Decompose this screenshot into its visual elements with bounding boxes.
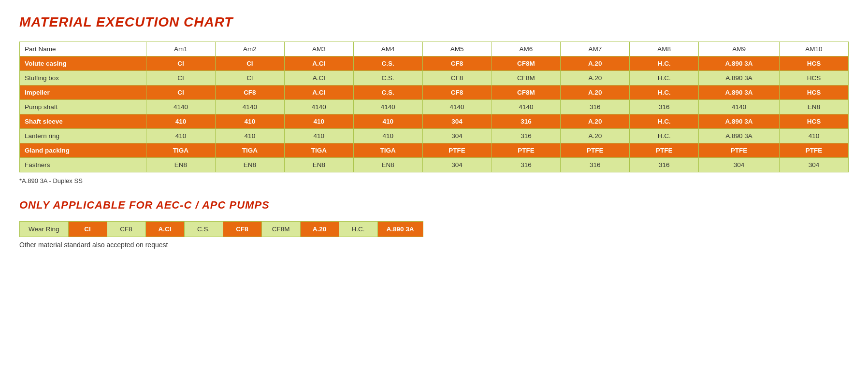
table-cell: CF8M [492,56,561,71]
table-cell: H.C. [630,85,699,100]
footnote: *A.890 3A - Duplex SS [19,177,849,184]
col-header-am10: AM10 [780,42,849,56]
table-cell: 410 [146,114,216,129]
wear-ring-row: Wear Ring CICF8A.CIC.S.CF8CF8MA.20H.C.A.… [19,221,423,237]
table-cell: A.890 3A [699,71,780,85]
table-cell: 410 [215,129,284,143]
table-cell: HCS [780,56,849,71]
wear-ring-cell: A.890 3A [378,222,423,237]
part-name-cell: Gland packing [20,143,146,158]
table-cell: 4140 [699,100,780,114]
table-cell: 410 [353,114,422,129]
table-cell: PTFE [780,143,849,158]
table-cell: CI [146,71,216,85]
table-cell: PTFE [561,143,630,158]
table-cell: 410 [780,129,849,143]
part-name-cell: Volute casing [20,56,146,71]
table-cell: A.CI [284,56,353,71]
table-cell: A.CI [284,71,353,85]
table-cell: TIGA [284,143,353,158]
table-cell: C.S. [353,56,422,71]
table-cell: 4140 [492,100,561,114]
part-name-cell: Pump shaft [20,100,146,114]
table-cell: H.C. [630,129,699,143]
table-row: Gland packingTIGATIGATIGATIGAPTFEPTFEPTF… [20,143,849,158]
col-header-am8: AM8 [630,42,699,56]
table-cell: CI [146,85,216,100]
table-cell: 304 [422,114,492,129]
part-name-cell: Lantern ring [20,129,146,143]
table-cell: CF8 [422,56,492,71]
table-cell: 316 [630,158,699,172]
table-cell: 4140 [353,100,422,114]
part-name-cell: Shaft sleeve [20,114,146,129]
table-cell: A.20 [561,129,630,143]
table-row: Lantern ring410410410410304316A.20H.C.A.… [20,129,849,143]
table-cell: CF8M [492,71,561,85]
table-cell: CF8 [215,85,284,100]
table-cell: PTFE [630,143,699,158]
col-header-am9: AM9 [699,42,780,56]
table-cell: TIGA [215,143,284,158]
table-cell: 410 [284,129,353,143]
table-cell: 304 [699,158,780,172]
table-row: Volute casingCICIA.CIC.S.CF8CF8MA.20H.C.… [20,56,849,71]
table-cell: CI [215,56,284,71]
table-cell: TIGA [353,143,422,158]
table-cell: 304 [422,158,492,172]
main-title: MATERIAL EXECUTION CHART [19,14,849,30]
table-cell: 316 [561,100,630,114]
table-cell: 4140 [422,100,492,114]
table-cell: A.20 [561,85,630,100]
table-cell: C.S. [353,85,422,100]
table-cell: CI [215,71,284,85]
table-cell: 304 [780,158,849,172]
table-cell: HCS [780,85,849,100]
table-cell: 316 [630,100,699,114]
table-row: Stuffing boxCICIA.CIC.S.CF8CF8MA.20H.C.A… [20,71,849,85]
table-cell: HCS [780,114,849,129]
table-cell: 4140 [146,100,216,114]
table-cell: 410 [353,129,422,143]
table-cell: H.C. [630,71,699,85]
table-cell: CF8 [422,85,492,100]
table-cell: EN8 [353,158,422,172]
table-cell: H.C. [630,114,699,129]
bottom-note: Other material standard also accepted on… [19,241,849,249]
wear-ring-cell: C.S. [185,222,223,237]
table-cell: EN8 [146,158,216,172]
table-cell: A.890 3A [699,56,780,71]
col-header-am2: Am2 [215,42,284,56]
table-cell: 304 [422,129,492,143]
wear-ring-label: Wear Ring [20,222,69,237]
wear-ring-cell: CF8M [262,222,301,237]
table-cell: EN8 [284,158,353,172]
table-cell: 316 [561,158,630,172]
col-header-am5: AM5 [422,42,492,56]
table-cell: 316 [492,129,561,143]
wear-ring-cell: A.CI [146,222,185,237]
part-name-cell: Impeller [20,85,146,100]
table-cell: A.20 [561,56,630,71]
wear-ring-cell: CF8 [107,222,146,237]
col-header-am7: AM7 [561,42,630,56]
table-row: ImpellerCICF8A.CIC.S.CF8CF8MA.20H.C.A.89… [20,85,849,100]
table-cell: 316 [492,158,561,172]
col-header-am4: AM4 [353,42,422,56]
table-cell: CI [146,56,216,71]
table-row: Pump shaft414041404140414041404140316316… [20,100,849,114]
table-cell: HCS [780,71,849,85]
wear-ring-cell: A.20 [301,222,339,237]
part-name-cell: Fastners [20,158,146,172]
table-cell: A.890 3A [699,114,780,129]
table-cell: CF8M [492,85,561,100]
table-cell: A.CI [284,85,353,100]
table-cell: A.890 3A [699,129,780,143]
table-cell: A.890 3A [699,85,780,100]
table-cell: 4140 [284,100,353,114]
col-header-am3: AM3 [284,42,353,56]
table-cell: EN8 [780,100,849,114]
table-cell: PTFE [422,143,492,158]
table-cell: A.20 [561,71,630,85]
table-cell: PTFE [492,143,561,158]
